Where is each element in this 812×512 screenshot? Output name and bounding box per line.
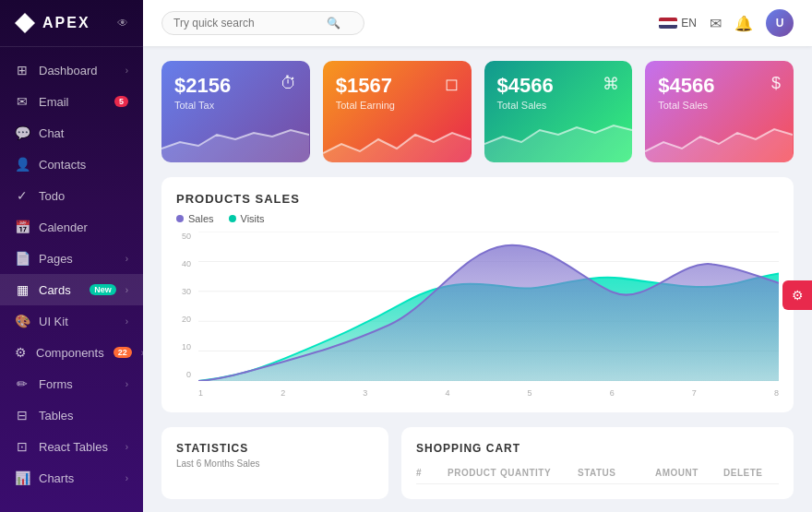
statistics-title: STATISTICS (176, 442, 374, 455)
stat-amount: $1567 (336, 74, 395, 98)
dashboard-icon: ⊞ (15, 63, 30, 77)
avatar[interactable]: U (766, 9, 794, 37)
sidebar-item-label: Cards (39, 283, 80, 297)
stat-card-total-sales-1: $4566 Total Sales ⌘ (484, 61, 633, 162)
sidebar-item-label: Chat (39, 126, 128, 140)
stat-label: Total Sales (658, 100, 714, 111)
sidebar-item-calender[interactable]: 📅 Calender (0, 211, 143, 243)
uikit-icon: 🎨 (15, 314, 30, 328)
col-amount: Amount (655, 468, 720, 478)
stat-value: $4566 Total Sales (658, 74, 714, 111)
forms-icon: ✏ (15, 376, 30, 391)
chevron-right-icon: › (125, 316, 128, 327)
search-input[interactable] (173, 17, 321, 30)
mail-icon[interactable]: ✉ (710, 15, 722, 32)
search-icon: 🔍 (327, 17, 340, 30)
pages-icon: 📄 (15, 251, 30, 266)
stat-label: Total Earning (336, 100, 395, 111)
email-icon: ✉ (15, 94, 30, 109)
sidebar-item-charts[interactable]: 📊 Charts › (0, 462, 143, 494)
shopping-cart-card: SHOPPING CART # Product Quantity Status … (401, 427, 794, 499)
chart-svg-container (198, 232, 779, 381)
sidebar-nav: ⊞ Dashboard › ✉ Email 5 💬 Chat 👤 Contact… (0, 47, 143, 512)
sidebar-item-components[interactable]: ⚙ Components 22 › (0, 337, 143, 368)
sparkline-chart (645, 116, 793, 162)
dollar-icon: $ (771, 74, 781, 93)
legend-sales: Sales (176, 213, 214, 224)
col-product: Product (448, 468, 496, 478)
sidebar-item-forms[interactable]: ✏ Forms › (0, 368, 143, 399)
flag-icon (659, 18, 677, 29)
stat-label: Total Sales (497, 100, 554, 111)
email-badge: 5 (114, 96, 128, 107)
chevron-right-icon: › (125, 379, 128, 389)
stat-card-header: $4566 Total Sales $ (658, 74, 781, 111)
stat-card-header: $4566 Total Sales ⌘ (497, 74, 620, 111)
sidebar-item-cards[interactable]: ▦ Cards New › (0, 274, 143, 305)
stat-card-total-tax: $2156 Total Tax ⏱ (161, 61, 310, 162)
topbar-right: EN ✉ 🔔 U (659, 9, 794, 37)
stat-amount: $2156 (174, 74, 231, 98)
sidebar-item-label: Dashboard (39, 64, 116, 77)
chart-title: PRODUCTS SALES (176, 192, 779, 206)
stat-card-header: $2156 Total Tax ⏱ (174, 74, 297, 111)
chevron-right-icon: › (125, 473, 128, 483)
notification-icon[interactable]: 🔔 (734, 15, 753, 32)
col-status: Status (578, 468, 651, 478)
clock-icon: ⏱ (281, 74, 297, 93)
search-box[interactable]: 🔍 (161, 11, 364, 35)
sidebar-item-todo[interactable]: ✓ Todo (0, 180, 143, 211)
topbar: 🔍 EN ✉ 🔔 U (143, 0, 812, 46)
sidebar-item-email[interactable]: ✉ Email 5 (0, 86, 143, 117)
stat-value: $1567 Total Earning (336, 74, 395, 111)
sidebar-item-react-tables[interactable]: ⊡ React Tables › (0, 431, 143, 462)
filter-icon: ⌘ (603, 74, 619, 94)
sidebar-logo: APEX 👁 (0, 0, 143, 47)
calendar-icon: 📅 (15, 220, 30, 234)
sidebar-item-label: Calender (39, 220, 128, 234)
cards-icon: ▦ (15, 282, 30, 297)
sidebar-item-label: UI Kit (39, 315, 116, 328)
sidebar-item-contacts[interactable]: 👤 Contacts (0, 149, 143, 180)
sidebar-item-pages[interactable]: 📄 Pages › (0, 243, 143, 274)
charts-icon: 📊 (15, 470, 30, 485)
logo-diamond-icon (15, 13, 35, 33)
stat-card-total-earning: $1567 Total Earning ◻ (323, 61, 472, 162)
app-name: APEX (42, 15, 90, 31)
chart-area: 50 40 30 20 10 0 (176, 232, 779, 398)
sidebar-item-label: Contacts (39, 158, 128, 172)
sidebar-item-uikit[interactable]: 🎨 UI Kit › (0, 305, 143, 337)
sidebar-item-label: Tables (39, 409, 128, 423)
sparkline-chart (484, 116, 632, 162)
stat-card-header: $1567 Total Earning ◻ (336, 74, 459, 111)
react-tables-icon: ⊡ (15, 439, 30, 454)
sidebar-item-label: Charts (39, 471, 116, 485)
stat-value: $4566 Total Sales (497, 74, 554, 111)
stat-amount: $4566 (497, 74, 554, 98)
avatar-initials: U (776, 17, 784, 30)
chart-x-axis: 1 2 3 4 5 6 7 8 (198, 388, 779, 398)
main-content: 🔍 EN ✉ 🔔 U $2156 Total Tax (143, 0, 812, 512)
chevron-right-icon: › (125, 65, 128, 76)
stat-cards-row: $2156 Total Tax ⏱ $1567 Total Earning (161, 61, 794, 162)
language-selector[interactable]: EN (659, 17, 697, 30)
stat-amount: $4566 (658, 74, 714, 98)
visibility-icon[interactable]: 👁 (117, 17, 128, 30)
sidebar-item-dashboard[interactable]: ⊞ Dashboard › (0, 54, 143, 86)
chart-settings-button[interactable]: ⚙ (782, 280, 812, 310)
statistics-subtitle: Last 6 Months Sales (176, 458, 374, 469)
language-label: EN (681, 17, 697, 30)
sales-legend-dot (176, 215, 184, 222)
sidebar-item-tables[interactable]: ⊟ Tables (0, 399, 143, 431)
components-icon: ⚙ (15, 345, 27, 360)
chart-section: PRODUCTS SALES Sales Visits 50 40 30 20 … (161, 177, 794, 412)
sidebar-item-chat[interactable]: 💬 Chat (0, 117, 143, 149)
chevron-right-icon: › (125, 442, 128, 452)
sales-legend-label: Sales (188, 213, 214, 224)
chart-legend: Sales Visits (176, 213, 779, 224)
sidebar: APEX 👁 ⊞ Dashboard › ✉ Email 5 💬 Chat 👤 … (0, 0, 143, 512)
todo-icon: ✓ (15, 188, 30, 203)
cards-new-badge: New (90, 284, 116, 295)
col-delete: Delete (723, 468, 779, 478)
svg-marker-2 (484, 125, 632, 162)
